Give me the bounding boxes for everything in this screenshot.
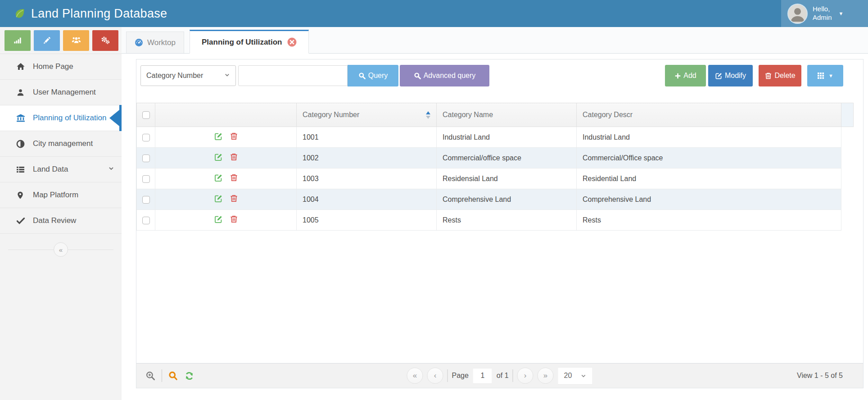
page-size-value: 20 <box>564 372 572 380</box>
last-page-button[interactable]: » <box>538 368 554 384</box>
query-button[interactable]: Query <box>348 65 398 86</box>
trash-icon[interactable] <box>230 153 238 161</box>
sidebar-collapse-button[interactable]: « <box>54 242 68 257</box>
edit-icon[interactable] <box>214 173 223 182</box>
select-all-checkbox[interactable] <box>142 111 150 119</box>
advanced-query-button[interactable]: Advanced query <box>400 65 489 86</box>
row-checkbox[interactable] <box>142 175 150 183</box>
sidebar-menu: Home Page User Management Planning of Ut… <box>0 54 122 234</box>
main-area: Worktop Planning of Utilization Category… <box>122 27 868 400</box>
row-checkbox-cell <box>137 148 155 168</box>
sidebar-item-planning-of-utilization[interactable]: Planning of Utilization <box>0 105 122 131</box>
chevron-down-icon <box>108 165 114 174</box>
close-icon[interactable] <box>287 37 297 47</box>
modify-button[interactable]: Modify <box>708 65 753 86</box>
trash-icon[interactable] <box>230 173 238 182</box>
search-field-select[interactable]: Category Number <box>140 65 236 86</box>
row-checkbox-cell <box>137 210 155 231</box>
columns-dropdown-button[interactable]: ▼ <box>807 65 843 86</box>
cell-category-descr: Commercial/Office space <box>577 148 841 168</box>
row-checkbox-cell <box>137 127 155 148</box>
page-size-select[interactable]: 20 <box>558 367 593 385</box>
tab-worktop[interactable]: Worktop <box>126 32 184 53</box>
header-checkbox-cell <box>137 103 155 127</box>
chevron-down-icon <box>224 72 230 79</box>
header-category-descr[interactable]: Category Descr <box>577 103 841 127</box>
prev-page-button[interactable]: ‹ <box>427 368 443 384</box>
pager-tools <box>145 369 194 382</box>
search-icon[interactable] <box>168 371 178 381</box>
row-checkbox[interactable] <box>142 134 150 141</box>
row-checkbox[interactable] <box>142 155 150 162</box>
refresh-icon[interactable] <box>184 371 194 381</box>
search-input[interactable] <box>238 65 348 86</box>
bar-chart-button[interactable] <box>5 30 31 51</box>
sort-icon[interactable] <box>426 111 430 119</box>
home-icon <box>16 62 25 71</box>
page-number-input[interactable] <box>473 368 493 384</box>
tab-label: Worktop <box>147 38 176 47</box>
sidebar-item-home-page[interactable]: Home Page <box>0 54 122 80</box>
add-button[interactable]: Add <box>665 65 706 86</box>
cell-category-name: Industrial Land <box>437 127 577 148</box>
pencil-button[interactable] <box>34 30 60 51</box>
trash-icon[interactable] <box>230 215 238 223</box>
user-name: Admin <box>813 14 832 21</box>
view-status: View 1 - 5 of 5 <box>797 372 843 380</box>
sidebar-collapse-row: « <box>0 242 122 257</box>
row-checkbox[interactable] <box>142 196 150 204</box>
gears-button[interactable] <box>92 30 118 51</box>
header-actions-cell <box>155 103 297 127</box>
list-icon <box>16 165 25 174</box>
dashboard-icon <box>135 38 143 47</box>
sidebar-item-label: Map Platform <box>33 191 114 200</box>
row-checkbox[interactable] <box>142 217 150 224</box>
row-actions-cell <box>155 148 297 168</box>
row-checkbox-cell <box>137 189 155 210</box>
app-header: Land Planning Database Hello, Admin ▼ <box>0 0 868 27</box>
table-row: 1003 Residensial Land Residential Land <box>137 168 854 189</box>
user-greeting: Hello, Admin <box>813 5 832 22</box>
header-category-name[interactable]: Category Name <box>437 103 577 127</box>
sidebar-item-user-management[interactable]: User Management <box>0 80 122 105</box>
zoom-in-icon[interactable] <box>145 371 156 381</box>
sidebar-item-label: City management <box>33 139 114 148</box>
trash-icon[interactable] <box>230 194 238 203</box>
table-row: 1005 Rests Rests <box>137 210 854 231</box>
pager-controls: « ‹ Page of 1 › » 20 <box>407 367 592 385</box>
sidebar-item-map-platform[interactable]: Map Platform <box>0 182 122 208</box>
row-actions-cell <box>155 210 297 231</box>
grid-panel: Category Number Query Advanced query <box>136 59 863 388</box>
cell-category-number: 1001 <box>297 127 437 148</box>
divider <box>162 369 162 382</box>
sidebar-item-land-data[interactable]: Land Data <box>0 157 122 182</box>
table-header-row: Category Number Category Name Category D… <box>137 103 854 127</box>
data-grid: Category Number Category Name Category D… <box>136 103 863 231</box>
edit-icon[interactable] <box>214 194 223 203</box>
header-category-number[interactable]: Category Number <box>297 103 437 127</box>
edit-icon[interactable] <box>214 132 223 141</box>
row-actions-cell <box>155 127 297 148</box>
next-page-button[interactable]: › <box>517 368 533 384</box>
content-area: Category Number Query Advanced query <box>122 54 868 400</box>
user-icon <box>16 88 25 97</box>
tab-planning-of-utilization[interactable]: Planning of Utilization <box>190 30 309 54</box>
cell-category-name: Commercial/office space <box>437 148 577 168</box>
trash-icon[interactable] <box>230 132 238 141</box>
users-button[interactable] <box>63 30 89 51</box>
first-page-button[interactable]: « <box>407 368 423 384</box>
avatar[interactable] <box>787 4 808 24</box>
delete-button[interactable]: Delete <box>759 65 801 86</box>
edit-icon[interactable] <box>214 215 223 224</box>
edit-icon[interactable] <box>214 153 223 162</box>
leaf-icon <box>14 8 26 20</box>
app-logo: Land Planning Database <box>14 7 167 21</box>
sidebar-item-city-management[interactable]: City management <box>0 131 122 157</box>
table-row: 1001 Industrial Land Industrial Land <box>137 127 854 148</box>
cell-category-number: 1005 <box>297 210 437 231</box>
sidebar-item-label: Home Page <box>33 62 114 71</box>
sidebar-item-data-review[interactable]: Data Review <box>0 208 122 234</box>
chevron-down-icon <box>581 373 587 379</box>
user-menu[interactable]: Hello, Admin ▼ <box>781 0 868 27</box>
cell-category-descr: Residential Land <box>577 168 841 189</box>
